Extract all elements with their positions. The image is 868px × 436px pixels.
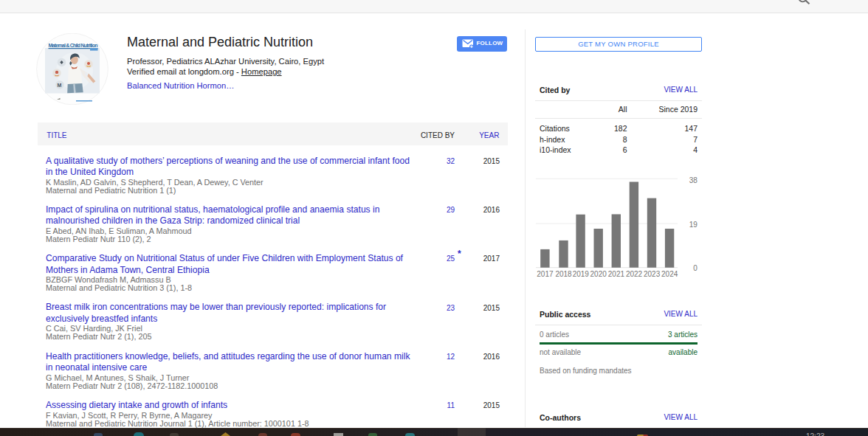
svg-text:2018: 2018	[555, 270, 572, 278]
svg-text:2021: 2021	[608, 270, 625, 278]
svg-text:2019: 2019	[573, 270, 590, 278]
svg-text:38: 38	[689, 176, 698, 184]
svg-text:19: 19	[689, 221, 698, 229]
svg-text:2022: 2022	[626, 270, 643, 278]
svg-text:Maternal & Child Nutrition: Maternal & Child Nutrition	[49, 43, 98, 48]
svg-text:2024: 2024	[661, 270, 678, 278]
svg-text:2017: 2017	[537, 270, 554, 278]
svg-text:M: M	[58, 83, 62, 88]
svg-text:2020: 2020	[590, 270, 607, 278]
svg-text:2023: 2023	[644, 270, 661, 278]
svg-text:0: 0	[693, 264, 698, 272]
